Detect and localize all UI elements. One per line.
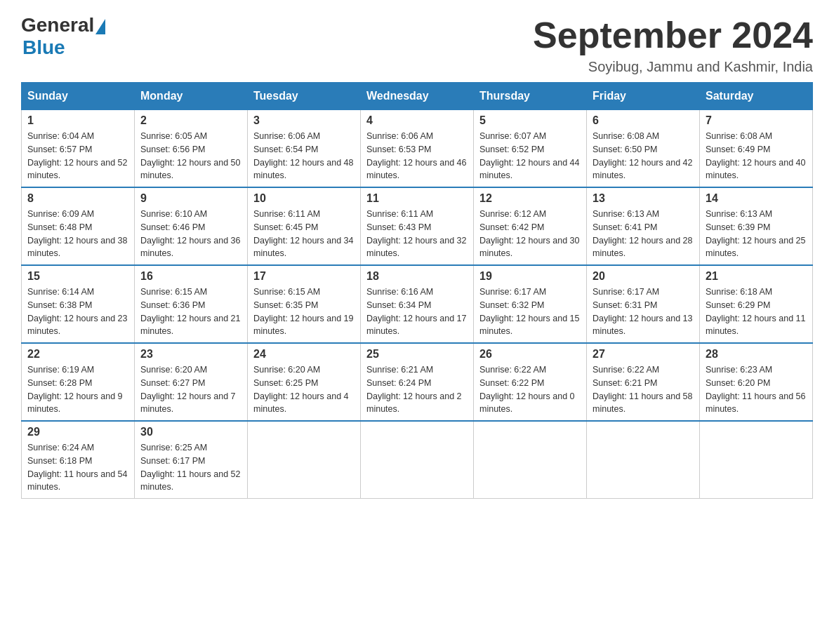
header-monday: Monday	[135, 83, 248, 110]
day-info: Sunrise: 6:12 AM Sunset: 6:42 PM Dayligh…	[479, 208, 581, 260]
day-info: Sunrise: 6:09 AM Sunset: 6:48 PM Dayligh…	[27, 208, 128, 260]
day-info: Sunrise: 6:13 AM Sunset: 6:41 PM Dayligh…	[593, 208, 694, 260]
day-info: Sunrise: 6:25 AM Sunset: 6:17 PM Dayligh…	[140, 441, 241, 494]
day-number: 6	[593, 114, 694, 127]
day-number: 18	[366, 270, 468, 283]
day-number: 2	[140, 114, 241, 127]
day-info: Sunrise: 6:16 AM Sunset: 6:34 PM Dayligh…	[366, 286, 468, 338]
table-row	[361, 421, 474, 499]
day-info: Sunrise: 6:24 AM Sunset: 6:18 PM Dayligh…	[27, 441, 128, 494]
day-info: Sunrise: 6:22 AM Sunset: 6:22 PM Dayligh…	[479, 363, 581, 416]
table-row	[474, 421, 587, 499]
table-row: 8 Sunrise: 6:09 AM Sunset: 6:48 PM Dayli…	[22, 187, 135, 265]
day-number: 27	[593, 348, 694, 361]
table-row	[248, 421, 361, 499]
header-tuesday: Tuesday	[248, 83, 361, 110]
calendar-header-row: Sunday Monday Tuesday Wednesday Thursday…	[22, 83, 813, 110]
table-row: 21 Sunrise: 6:18 AM Sunset: 6:29 PM Dayl…	[700, 265, 813, 343]
table-row: 4 Sunrise: 6:06 AM Sunset: 6:53 PM Dayli…	[361, 110, 474, 188]
table-row	[587, 421, 700, 499]
table-row: 14 Sunrise: 6:13 AM Sunset: 6:39 PM Dayl…	[700, 187, 813, 265]
day-info: Sunrise: 6:06 AM Sunset: 6:53 PM Dayligh…	[366, 130, 468, 182]
table-row: 7 Sunrise: 6:08 AM Sunset: 6:49 PM Dayli…	[700, 110, 813, 188]
calendar-week-row: 8 Sunrise: 6:09 AM Sunset: 6:48 PM Dayli…	[22, 187, 813, 265]
day-number: 13	[593, 192, 694, 205]
table-row: 10 Sunrise: 6:11 AM Sunset: 6:45 PM Dayl…	[248, 187, 361, 265]
day-info: Sunrise: 6:20 AM Sunset: 6:25 PM Dayligh…	[253, 363, 355, 416]
day-number: 19	[479, 270, 581, 283]
header-saturday: Saturday	[700, 83, 813, 110]
day-info: Sunrise: 6:20 AM Sunset: 6:27 PM Dayligh…	[140, 363, 241, 416]
month-title: September 2024	[533, 14, 813, 56]
day-number: 21	[706, 270, 807, 283]
day-number: 17	[253, 270, 355, 283]
table-row: 28 Sunrise: 6:23 AM Sunset: 6:20 PM Dayl…	[700, 343, 813, 421]
table-row: 25 Sunrise: 6:21 AM Sunset: 6:24 PM Dayl…	[361, 343, 474, 421]
day-number: 30	[140, 426, 241, 438]
day-number: 8	[27, 192, 128, 205]
day-number: 22	[27, 348, 128, 361]
location-text: Soyibug, Jammu and Kashmir, India	[533, 59, 813, 75]
table-row: 30 Sunrise: 6:25 AM Sunset: 6:17 PM Dayl…	[135, 421, 248, 499]
table-row: 20 Sunrise: 6:17 AM Sunset: 6:31 PM Dayl…	[587, 265, 700, 343]
day-info: Sunrise: 6:15 AM Sunset: 6:36 PM Dayligh…	[140, 286, 241, 338]
table-row: 29 Sunrise: 6:24 AM Sunset: 6:18 PM Dayl…	[22, 421, 135, 499]
day-number: 4	[366, 114, 468, 127]
day-info: Sunrise: 6:22 AM Sunset: 6:21 PM Dayligh…	[593, 363, 694, 416]
day-number: 15	[27, 270, 128, 283]
day-info: Sunrise: 6:18 AM Sunset: 6:29 PM Dayligh…	[706, 286, 807, 338]
day-number: 16	[140, 270, 241, 283]
table-row: 13 Sunrise: 6:13 AM Sunset: 6:41 PM Dayl…	[587, 187, 700, 265]
logo: General Blue	[21, 14, 105, 59]
logo-blue-text: Blue	[22, 36, 65, 59]
calendar-week-row: 22 Sunrise: 6:19 AM Sunset: 6:28 PM Dayl…	[22, 343, 813, 421]
table-row: 6 Sunrise: 6:08 AM Sunset: 6:50 PM Dayli…	[587, 110, 700, 188]
day-info: Sunrise: 6:15 AM Sunset: 6:35 PM Dayligh…	[253, 286, 355, 338]
header-thursday: Thursday	[474, 83, 587, 110]
logo-general-text: General	[21, 14, 94, 36]
header-friday: Friday	[587, 83, 700, 110]
day-info: Sunrise: 6:08 AM Sunset: 6:50 PM Dayligh…	[593, 130, 694, 182]
day-info: Sunrise: 6:07 AM Sunset: 6:52 PM Dayligh…	[479, 130, 581, 182]
table-row: 9 Sunrise: 6:10 AM Sunset: 6:46 PM Dayli…	[135, 187, 248, 265]
table-row: 18 Sunrise: 6:16 AM Sunset: 6:34 PM Dayl…	[361, 265, 474, 343]
calendar-week-row: 15 Sunrise: 6:14 AM Sunset: 6:38 PM Dayl…	[22, 265, 813, 343]
table-row: 24 Sunrise: 6:20 AM Sunset: 6:25 PM Dayl…	[248, 343, 361, 421]
day-info: Sunrise: 6:13 AM Sunset: 6:39 PM Dayligh…	[706, 208, 807, 260]
table-row: 11 Sunrise: 6:11 AM Sunset: 6:43 PM Dayl…	[361, 187, 474, 265]
day-number: 11	[366, 192, 468, 205]
day-number: 10	[253, 192, 355, 205]
day-number: 20	[593, 270, 694, 283]
table-row: 1 Sunrise: 6:04 AM Sunset: 6:57 PM Dayli…	[22, 110, 135, 188]
table-row: 19 Sunrise: 6:17 AM Sunset: 6:32 PM Dayl…	[474, 265, 587, 343]
table-row	[700, 421, 813, 499]
day-number: 9	[140, 192, 241, 205]
day-info: Sunrise: 6:05 AM Sunset: 6:56 PM Dayligh…	[140, 130, 241, 182]
table-row: 2 Sunrise: 6:05 AM Sunset: 6:56 PM Dayli…	[135, 110, 248, 188]
calendar-table: Sunday Monday Tuesday Wednesday Thursday…	[21, 82, 813, 499]
calendar-week-row: 29 Sunrise: 6:24 AM Sunset: 6:18 PM Dayl…	[22, 421, 813, 499]
day-number: 1	[27, 114, 128, 127]
day-number: 26	[479, 348, 581, 361]
day-info: Sunrise: 6:23 AM Sunset: 6:20 PM Dayligh…	[706, 363, 807, 416]
page-container: General Blue September 2024 Soyibug, Jam…	[21, 14, 813, 499]
day-number: 29	[27, 426, 128, 438]
header-sunday: Sunday	[22, 83, 135, 110]
table-row: 3 Sunrise: 6:06 AM Sunset: 6:54 PM Dayli…	[248, 110, 361, 188]
day-info: Sunrise: 6:11 AM Sunset: 6:45 PM Dayligh…	[253, 208, 355, 260]
day-info: Sunrise: 6:17 AM Sunset: 6:32 PM Dayligh…	[479, 286, 581, 338]
table-row: 12 Sunrise: 6:12 AM Sunset: 6:42 PM Dayl…	[474, 187, 587, 265]
calendar-week-row: 1 Sunrise: 6:04 AM Sunset: 6:57 PM Dayli…	[22, 110, 813, 188]
day-info: Sunrise: 6:19 AM Sunset: 6:28 PM Dayligh…	[27, 363, 128, 416]
table-row: 5 Sunrise: 6:07 AM Sunset: 6:52 PM Dayli…	[474, 110, 587, 188]
table-row: 15 Sunrise: 6:14 AM Sunset: 6:38 PM Dayl…	[22, 265, 135, 343]
day-number: 12	[479, 192, 581, 205]
title-area: September 2024 Soyibug, Jammu and Kashmi…	[533, 14, 813, 75]
day-number: 25	[366, 348, 468, 361]
day-number: 23	[140, 348, 241, 361]
table-row: 27 Sunrise: 6:22 AM Sunset: 6:21 PM Dayl…	[587, 343, 700, 421]
day-info: Sunrise: 6:11 AM Sunset: 6:43 PM Dayligh…	[366, 208, 468, 260]
day-info: Sunrise: 6:10 AM Sunset: 6:46 PM Dayligh…	[140, 208, 241, 260]
day-number: 7	[706, 114, 807, 127]
header-wednesday: Wednesday	[361, 83, 474, 110]
